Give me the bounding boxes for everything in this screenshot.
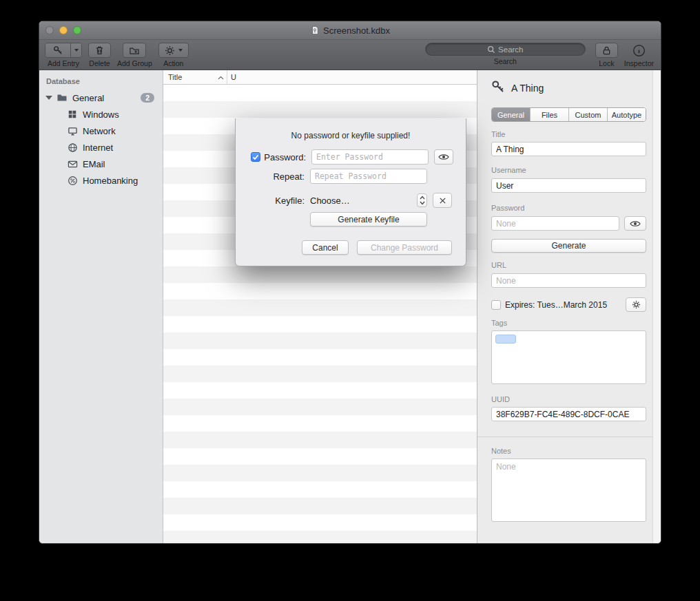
sidebar-item-label: Windows xyxy=(83,109,119,120)
tags-field[interactable] xyxy=(491,330,646,384)
close-button[interactable] xyxy=(45,26,54,34)
macpass-window: Screenshot.kdbx Add Entry xyxy=(39,21,661,544)
lock-label: Lock xyxy=(599,59,614,67)
url-field[interactable] xyxy=(491,273,646,288)
check-icon xyxy=(252,154,259,160)
sidebar-item-windows[interactable]: Windows xyxy=(39,106,163,123)
sidebar-item-homebanking[interactable]: Homebanking xyxy=(39,172,163,189)
add-entry-button[interactable] xyxy=(45,43,82,58)
action-button[interactable] xyxy=(158,43,189,58)
expires-label: Expires: Tues…March 2015 xyxy=(505,300,621,310)
toolbar-item-add-entry: Add Entry xyxy=(45,40,82,70)
tag-chip[interactable] xyxy=(495,335,516,344)
screen: Screenshot.kdbx Add Entry xyxy=(0,0,700,601)
lock-button[interactable] xyxy=(595,43,618,58)
document-proxy-icon xyxy=(310,25,320,35)
toolbar-item-delete: Delete xyxy=(88,40,111,70)
key-icon xyxy=(491,80,505,96)
delete-label: Delete xyxy=(89,59,110,67)
inspector-scrollbar[interactable] xyxy=(652,70,661,544)
sort-ascending-icon xyxy=(218,73,224,81)
sidebar-item-label: Internet xyxy=(83,143,113,153)
action-label: Action xyxy=(163,59,183,67)
keyfile-selected-value: Choose… xyxy=(310,196,417,206)
gear-icon xyxy=(165,45,175,56)
toolbar-item-lock: Lock xyxy=(595,40,618,70)
tab-autotype[interactable]: Autotype xyxy=(607,108,646,121)
gear-icon xyxy=(632,300,641,309)
password-reveal-button[interactable] xyxy=(624,216,646,231)
entry-list-header: Title U xyxy=(163,70,477,85)
change-password-sheet: No password or keyfile supplied! Passwor… xyxy=(235,118,466,266)
search-placeholder: Search xyxy=(498,45,523,54)
windows-icon xyxy=(67,109,78,120)
sidebar-item-email[interactable]: EMail xyxy=(39,156,163,172)
password-reveal-button[interactable] xyxy=(434,149,453,165)
eye-icon xyxy=(438,154,449,160)
sidebar-item-internet[interactable]: Internet xyxy=(39,139,163,156)
sidebar-item-label: Network xyxy=(83,126,116,136)
sidebar-section-database: Database xyxy=(39,76,163,87)
inspector-panel: A Thing General Files Custom Autotype Ti… xyxy=(477,70,661,544)
sidebar-item-network[interactable]: Network xyxy=(39,123,163,139)
sidebar-item-general[interactable]: General 2 xyxy=(39,89,163,106)
toolbar-item-action: Action xyxy=(158,40,189,70)
toolbar-item-search: Search Search xyxy=(425,40,586,70)
title-field[interactable] xyxy=(491,142,646,156)
add-entry-label: Add Entry xyxy=(48,59,79,67)
delete-button[interactable] xyxy=(88,43,111,58)
add-entry-dropdown[interactable] xyxy=(70,43,81,57)
toolbar-item-add-group: Add Group xyxy=(117,40,152,70)
username-field[interactable] xyxy=(491,178,646,193)
monitor-icon xyxy=(67,125,78,136)
keyfile-label: Keyfile: xyxy=(251,196,305,206)
inspector-label: Inspector xyxy=(624,59,654,67)
notes-field[interactable] xyxy=(491,458,646,522)
key-plus-icon xyxy=(45,43,70,57)
zoom-button[interactable] xyxy=(73,26,81,34)
username-field-label: Username xyxy=(491,166,646,174)
lock-icon xyxy=(601,45,612,56)
column-header-username[interactable]: U xyxy=(227,70,477,84)
uuid-field[interactable] xyxy=(491,407,646,421)
tags-field-label: Tags xyxy=(491,319,646,327)
generate-keyfile-button[interactable]: Generate Keyfile xyxy=(310,212,427,226)
repeat-label: Repeat: xyxy=(251,171,305,182)
tab-general[interactable]: General xyxy=(492,108,530,121)
window-controls xyxy=(45,26,81,34)
enter-password-field[interactable] xyxy=(311,149,429,165)
percent-coin-icon xyxy=(67,175,78,186)
url-field-label: URL xyxy=(491,261,646,269)
keyfile-popup[interactable]: Choose… xyxy=(310,193,427,208)
content-area: Database General 2 Windows xyxy=(39,70,661,544)
column-header-title[interactable]: Title xyxy=(163,70,227,84)
password-checkbox[interactable] xyxy=(251,152,260,162)
disclosure-triangle-icon[interactable] xyxy=(45,96,52,100)
folder-icon xyxy=(56,92,68,103)
entry-title: A Thing xyxy=(511,83,544,94)
close-x-icon xyxy=(439,197,446,204)
add-group-button[interactable] xyxy=(123,43,146,58)
inspector-tabs: General Files Custom Autotype xyxy=(491,107,646,122)
inspector-button[interactable] xyxy=(632,43,646,58)
sidebar: Database General 2 Windows xyxy=(39,70,163,544)
window-title: Screenshot.kdbx xyxy=(323,25,390,36)
minimize-button[interactable] xyxy=(59,26,68,34)
expires-checkbox[interactable] xyxy=(491,300,501,310)
password-field-label: Password xyxy=(491,204,646,212)
sheet-message: No password or keyfile supplied! xyxy=(236,131,466,140)
repeat-password-field[interactable] xyxy=(310,169,427,184)
tab-files[interactable]: Files xyxy=(530,108,568,121)
keyfile-clear-button[interactable] xyxy=(433,193,452,208)
title-field-label: Title xyxy=(491,130,646,138)
cancel-button[interactable]: Cancel xyxy=(302,240,349,255)
search-input[interactable]: Search xyxy=(425,43,586,56)
notes-field-label: Notes xyxy=(491,447,646,455)
expires-settings-button[interactable] xyxy=(626,297,646,312)
password-field[interactable] xyxy=(491,216,619,231)
tab-custom[interactable]: Custom xyxy=(568,108,607,121)
globe-icon xyxy=(67,142,78,153)
generate-password-button[interactable]: Generate xyxy=(491,239,646,253)
popup-stepper-icon xyxy=(417,193,427,207)
uuid-field-label: UUID xyxy=(491,395,646,403)
